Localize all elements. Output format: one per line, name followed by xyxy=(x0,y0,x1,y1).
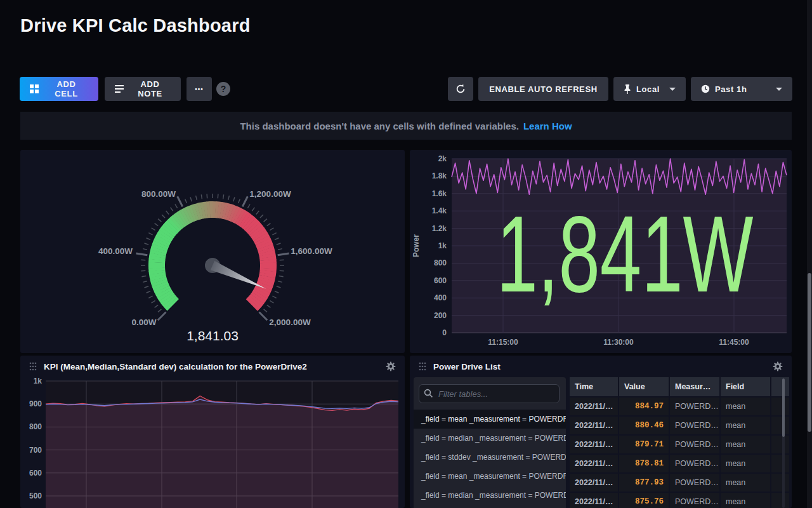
svg-text:1.6k: 1.6k xyxy=(432,189,447,198)
gauge-chart: 0.00W400.00W800.00W1,200.00W1,600.00W2,0… xyxy=(20,150,405,353)
drag-handle-icon[interactable] xyxy=(29,361,37,371)
table-header-cell xyxy=(771,377,789,396)
table-cell: mean xyxy=(721,398,770,415)
kpi-cell-title: KPI (Mean,Median,Standard dev) calculati… xyxy=(44,362,307,371)
table-header-cell: Measur… xyxy=(670,377,719,396)
power-line-chart: 02004006008001k1.2k1.4k1.6k1.8k2k11:15:0… xyxy=(410,150,792,353)
variables-notice: This dashboard doesn't have any cells wi… xyxy=(20,112,792,140)
power-drive-list-cell: Power Drive List _field = mean _measurem… xyxy=(410,356,792,508)
table-cell: mean xyxy=(721,474,770,491)
svg-text:Power: Power xyxy=(412,234,421,257)
notice-text: This dashboard doesn't have any cells wi… xyxy=(240,121,519,131)
table-value-cell: 877.93 xyxy=(619,474,669,491)
timezone-dropdown[interactable]: Local xyxy=(613,77,686,101)
clock-icon xyxy=(701,84,710,93)
table-cell: 2022/11/… xyxy=(570,493,618,508)
list-item[interactable]: _field = stddev _measurement = POWERDRIV… xyxy=(414,448,566,467)
table-header-cell: Value xyxy=(619,377,669,396)
table-cell: 2022/11/… xyxy=(570,398,618,415)
svg-text:11:30:00: 11:30:00 xyxy=(603,338,634,347)
enable-auto-refresh-button[interactable]: ENABLE AUTO REFRESH xyxy=(478,77,608,101)
svg-text:600: 600 xyxy=(434,276,447,285)
list-item[interactable]: _field = mean _measurement = POWERDRIVE2 xyxy=(414,410,566,429)
table-cell: 2022/11/… xyxy=(570,417,618,434)
svg-text:1,600.00W: 1,600.00W xyxy=(291,246,332,256)
time-range-dropdown[interactable]: Past 1h xyxy=(691,77,792,101)
svg-text:500: 500 xyxy=(29,491,42,500)
table-cell: 2022/11/… xyxy=(570,474,618,491)
filter-tables-input[interactable] xyxy=(419,384,560,403)
table-cell xyxy=(771,398,789,415)
enable-auto-refresh-label: ENABLE AUTO REFRESH xyxy=(489,84,597,94)
table-cell: mean xyxy=(721,436,770,453)
table-header-cell: Time xyxy=(570,377,618,396)
table-cell: POWERD… xyxy=(670,455,719,472)
refresh-button[interactable] xyxy=(448,77,473,101)
power-list-title: Power Drive List xyxy=(433,362,501,371)
table-cell xyxy=(771,455,789,472)
page-scrollbar xyxy=(807,0,812,508)
drag-handle-icon[interactable] xyxy=(419,361,426,371)
svg-text:1.2k: 1.2k xyxy=(432,224,447,233)
table-cell xyxy=(771,474,789,491)
add-cell-label: ADD CELL xyxy=(44,79,88,98)
table-cell: 2022/11/… xyxy=(570,455,618,472)
table-scrollbar-thumb[interactable] xyxy=(782,378,785,437)
learn-how-link[interactable]: Learn How xyxy=(523,121,572,131)
svg-text:11:45:00: 11:45:00 xyxy=(719,338,749,347)
help-icon[interactable]: ? xyxy=(216,82,230,96)
svg-text:800.00W: 800.00W xyxy=(141,189,176,199)
svg-text:2k: 2k xyxy=(438,154,447,163)
table-cell: POWERD… xyxy=(670,398,719,415)
table-cell: mean xyxy=(721,417,770,434)
add-cell-button[interactable]: ADD CELL xyxy=(20,77,98,101)
table-cell: mean xyxy=(721,455,770,472)
gear-icon[interactable] xyxy=(773,361,783,371)
graph-single-stat-cell: 02004006008001k1.2k1.4k1.6k1.8k2k11:15:0… xyxy=(410,150,792,353)
table-cell xyxy=(771,417,789,434)
svg-text:1,200.00W: 1,200.00W xyxy=(249,189,291,199)
table-scrollbar xyxy=(782,378,785,508)
add-note-button[interactable]: ADD NOTE xyxy=(105,77,181,101)
svg-text:2,000.00W: 2,000.00W xyxy=(269,318,311,327)
list-item[interactable]: _field = median _measurement = POWERDRIV… xyxy=(414,429,566,448)
add-note-label: ADD NOTE xyxy=(129,79,171,98)
page-title: Drive KPI Calc Dashboard xyxy=(20,15,251,36)
pin-icon xyxy=(624,84,631,94)
table-cell: POWERD… xyxy=(670,493,719,508)
svg-text:700: 700 xyxy=(29,446,42,455)
svg-text:400.00W: 400.00W xyxy=(98,246,133,256)
table-value-cell: 879.71 xyxy=(619,436,669,453)
svg-text:600: 600 xyxy=(29,469,42,478)
gear-icon[interactable] xyxy=(386,361,396,371)
list-item[interactable]: _field = mean _measurement = POWERDRIVE2 xyxy=(414,467,566,486)
time-range-label: Past 1h xyxy=(715,84,747,94)
table-value-cell: 884.97 xyxy=(619,398,669,415)
refresh-icon xyxy=(455,84,466,94)
table-cell xyxy=(771,493,789,508)
svg-text:900: 900 xyxy=(29,399,42,408)
timezone-label: Local xyxy=(636,84,660,94)
table-cell: 2022/11/… xyxy=(570,436,618,453)
svg-text:1k: 1k xyxy=(438,241,447,250)
svg-text:400: 400 xyxy=(434,293,447,302)
table-header-cell: Field xyxy=(721,377,770,396)
list-item[interactable]: _field = median _measurement = POWERDRIV… xyxy=(414,486,566,505)
svg-text:0.00W: 0.00W xyxy=(131,318,156,327)
table-value-cell: 875.76 xyxy=(619,493,669,508)
more-options-button[interactable]: ••• xyxy=(187,77,212,101)
search-icon xyxy=(424,389,433,401)
svg-text:1,841.03: 1,841.03 xyxy=(187,328,239,343)
svg-text:11:15:00: 11:15:00 xyxy=(488,338,518,347)
gauge-cell: 0.00W400.00W800.00W1,200.00W1,600.00W2,0… xyxy=(20,150,405,353)
note-lines-icon xyxy=(115,85,124,93)
table-value-cell: 878.81 xyxy=(619,455,669,472)
table-cell: POWERD… xyxy=(670,474,719,491)
svg-text:800: 800 xyxy=(29,422,42,431)
single-stat-value: 1,841W xyxy=(497,194,754,314)
chevron-down-icon xyxy=(669,88,676,91)
table-list-panel: _field = mean _measurement = POWERDRIVE2… xyxy=(414,377,566,508)
kpi-cell: KPI (Mean,Median,Standard dev) calculati… xyxy=(20,356,405,508)
kpi-line-chart: 1k900800700600500 xyxy=(20,377,405,508)
page-scrollbar-thumb[interactable] xyxy=(808,273,811,432)
